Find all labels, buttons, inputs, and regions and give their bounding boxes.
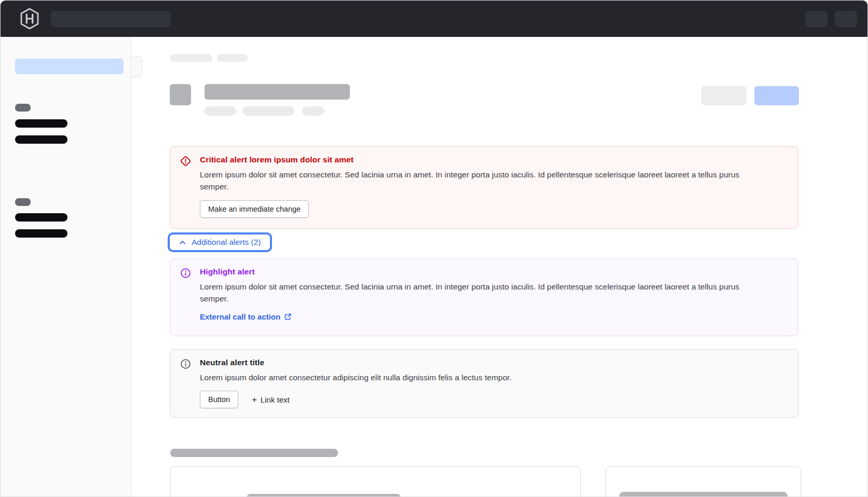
neutral-alert-title: Neutral alert title bbox=[200, 358, 785, 367]
nav-search-skeleton[interactable] bbox=[51, 11, 171, 27]
breadcrumb-skeleton-1 bbox=[170, 54, 212, 62]
additional-alerts-toggle[interactable]: Additional alerts (2) bbox=[168, 232, 272, 252]
nav-action-skeleton-1[interactable] bbox=[805, 11, 828, 27]
external-cta-link[interactable]: External call to action bbox=[200, 312, 292, 321]
header-secondary-button-skeleton[interactable] bbox=[701, 86, 747, 105]
card-left-skeleton bbox=[247, 494, 401, 497]
main-content: Critical alert lorem ipsum dolor sit ame… bbox=[131, 37, 868, 497]
neutral-button[interactable]: Button bbox=[200, 391, 238, 408]
neutral-alert-body: Lorem ipsum dolor amet consectetur adipi… bbox=[200, 371, 756, 383]
neutral-alert-content: Neutral alert title Lorem ipsum dolor am… bbox=[200, 358, 785, 409]
sidebar-item-skeleton-2[interactable] bbox=[15, 135, 67, 144]
card-left bbox=[170, 466, 581, 497]
header-primary-button-skeleton[interactable] bbox=[754, 86, 799, 105]
critical-alert-body: Lorem ipsum dolor sit amet consectetur. … bbox=[200, 169, 756, 192]
highlight-alert: Highlight alert Lorem ipsum dolor sit am… bbox=[170, 258, 798, 336]
badge-skeleton-2 bbox=[242, 106, 294, 116]
plus-icon: + bbox=[252, 395, 257, 404]
critical-alert-actions: Make an immediate change bbox=[200, 200, 785, 218]
breadcrumb-skeleton-2 bbox=[217, 54, 248, 62]
sidebar bbox=[1, 37, 131, 497]
immediate-change-button[interactable]: Make an immediate change bbox=[200, 200, 309, 218]
highlight-alert-title: Highlight alert bbox=[200, 267, 785, 277]
page-title-skeleton bbox=[205, 84, 350, 100]
add-link[interactable]: + Link text bbox=[252, 395, 290, 404]
add-link-label: Link text bbox=[261, 395, 290, 404]
sidebar-item-selected-skeleton[interactable] bbox=[15, 59, 124, 74]
card-right-skeleton bbox=[619, 492, 788, 497]
section-heading-skeleton bbox=[170, 449, 338, 457]
sidebar-section-label-skeleton-2 bbox=[15, 198, 31, 206]
additional-alerts-toggle-label: Additional alerts (2) bbox=[192, 238, 261, 247]
critical-alert: Critical alert lorem ipsum dolor sit ame… bbox=[170, 146, 798, 229]
sidebar-section-label-skeleton-1 bbox=[15, 104, 31, 112]
page-icon-skeleton bbox=[170, 84, 191, 105]
alert-diamond-icon bbox=[180, 156, 191, 167]
highlight-alert-body: Lorem ipsum dolor sit amet consectetur. … bbox=[200, 281, 756, 305]
chevron-up-icon bbox=[179, 239, 186, 246]
neutral-alert-actions: Button + Link text bbox=[200, 391, 785, 408]
external-link-icon bbox=[284, 313, 292, 321]
sidebar-item-skeleton-3[interactable] bbox=[15, 213, 67, 222]
info-circle-icon bbox=[180, 358, 191, 369]
critical-alert-title: Critical alert lorem ipsum dolor sit ame… bbox=[200, 155, 785, 164]
badge-skeleton-1 bbox=[204, 106, 236, 116]
external-cta-label: External call to action bbox=[200, 312, 280, 321]
sidebar-item-skeleton-4[interactable] bbox=[15, 229, 67, 238]
app-window: Critical alert lorem ipsum dolor sit ame… bbox=[0, 0, 868, 497]
nav-action-skeleton-2[interactable] bbox=[835, 11, 857, 27]
hashicorp-logo-icon bbox=[20, 8, 39, 30]
critical-alert-content: Critical alert lorem ipsum dolor sit ame… bbox=[200, 155, 785, 220]
card-right bbox=[605, 466, 801, 497]
info-circle-icon bbox=[180, 268, 191, 279]
top-navbar bbox=[1, 1, 868, 37]
badge-skeleton-3 bbox=[302, 106, 324, 116]
neutral-alert: Neutral alert title Lorem ipsum dolor am… bbox=[170, 349, 798, 418]
highlight-alert-content: Highlight alert Lorem ipsum dolor sit am… bbox=[200, 267, 785, 327]
sidebar-collapse-handle[interactable] bbox=[131, 56, 142, 77]
sidebar-item-skeleton-1[interactable] bbox=[15, 119, 67, 128]
